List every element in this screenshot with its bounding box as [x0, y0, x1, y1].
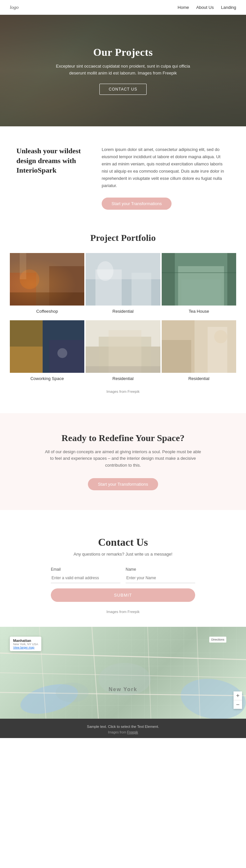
- intro-body: Lorem ipsum dolor sit amet, consectetur …: [102, 146, 229, 190]
- portfolio-item-coffeeshop[interactable]: Coffeeshop: [10, 253, 84, 319]
- intro-cta-button[interactable]: Start your Transformations: [102, 197, 172, 210]
- svg-point-40: [56, 683, 89, 702]
- contact-section: Contact Us Any questions or remarks? Jus…: [0, 517, 246, 627]
- logo: logo: [10, 5, 19, 10]
- portfolio-label-coworking: Coworking Space: [10, 373, 84, 386]
- svg-rect-0: [10, 253, 84, 306]
- cta-section: Ready to Redefine Your Space? All of our…: [0, 413, 246, 510]
- portfolio-img-residential3: [162, 320, 236, 373]
- svg-point-21: [57, 348, 67, 358]
- portfolio-item-residential2[interactable]: Residential: [86, 320, 160, 386]
- portfolio-label-residential2: Residential: [86, 373, 160, 386]
- svg-line-32: [0, 653, 246, 660]
- svg-rect-4: [10, 292, 84, 306]
- svg-point-3: [20, 270, 39, 289]
- svg-rect-1: [10, 273, 36, 306]
- portfolio-attribution: Images from Freepik: [10, 390, 236, 394]
- name-field-group: Name: [126, 567, 195, 583]
- map-view-larger[interactable]: View larger map: [13, 646, 38, 649]
- footer-freepik-link[interactable]: Freepik: [127, 731, 138, 734]
- nav-about[interactable]: About Us: [196, 5, 214, 10]
- navbar: logo Home About Us Landing: [0, 0, 246, 15]
- svg-rect-2: [49, 266, 84, 306]
- portfolio-item-coworking[interactable]: Coworking Space: [10, 320, 84, 386]
- svg-line-36: [92, 627, 98, 719]
- map-zoom-out[interactable]: −: [234, 700, 242, 709]
- cta-description: All of our design concepts are aimed at …: [44, 448, 202, 469]
- hero-title: Our Projects: [54, 46, 192, 58]
- svg-rect-20: [49, 340, 84, 373]
- portfolio-label-coffeeshop: Coffeeshop: [10, 306, 84, 319]
- email-label: Email: [51, 567, 120, 572]
- map-pin: Manhattan New York, NY USA View larger m…: [10, 637, 41, 651]
- svg-rect-15: [181, 279, 221, 306]
- name-input[interactable]: [126, 573, 195, 583]
- submit-button[interactable]: SUBMIT: [51, 588, 195, 602]
- nav-landing[interactable]: Landing: [221, 5, 236, 10]
- portfolio-img-residential1: [86, 253, 160, 306]
- svg-rect-29: [162, 340, 191, 373]
- map-pin-address: New York, NY USA: [13, 643, 38, 646]
- portfolio-label-residential3: Residential: [162, 373, 236, 386]
- portfolio-item-residential3[interactable]: Residential: [162, 320, 236, 386]
- footer-sample-text[interactable]: Sample text. Click to select the Text El…: [6, 724, 240, 728]
- svg-rect-12: [162, 253, 175, 306]
- svg-line-38: [197, 627, 200, 719]
- intro-heading-block: Unleash your wildest design dreams with …: [17, 146, 89, 175]
- map-city-label: New York: [109, 686, 137, 692]
- svg-marker-5: [20, 253, 26, 279]
- svg-rect-13: [227, 253, 236, 306]
- portfolio-img-teahouse: [162, 253, 236, 306]
- portfolio-img-coworking: [10, 320, 84, 373]
- portfolio-item-teahouse[interactable]: Tea House: [162, 253, 236, 319]
- hero-section: Our Projects Excepteur sint occaecat cup…: [0, 15, 246, 126]
- map-ctrl[interactable]: Directions: [209, 637, 226, 643]
- hero-cta-button[interactable]: CONTACT US: [99, 84, 147, 95]
- svg-point-10: [97, 261, 114, 281]
- email-input[interactable]: [51, 573, 120, 583]
- intro-section: Unleash your wildest design dreams with …: [0, 126, 246, 226]
- nav-home[interactable]: Home: [178, 5, 189, 10]
- portfolio-section: Project Portfolio Coffeeshop: [0, 226, 246, 407]
- map-zoom-controls: + −: [234, 691, 242, 709]
- contact-title: Contact Us: [10, 536, 236, 548]
- hero-content: Our Projects Excepteur sint occaecat cup…: [48, 40, 198, 102]
- portfolio-label-teahouse: Tea House: [162, 306, 236, 319]
- svg-point-31: [214, 330, 227, 343]
- svg-rect-19: [10, 320, 43, 346]
- form-row: Email Name: [51, 567, 195, 583]
- cta-title: Ready to Redefine Your Space?: [10, 433, 236, 443]
- portfolio-img-residential2: [86, 320, 160, 373]
- svg-rect-26: [86, 366, 160, 373]
- contact-subtitle: Any questions or remarks? Just write us …: [10, 552, 236, 557]
- nav-links: Home About Us Landing: [178, 5, 236, 10]
- footer-attribution: Images from Freepik: [6, 731, 240, 734]
- portfolio-img-coffeeshop: [10, 253, 84, 306]
- map-zoom-in[interactable]: +: [234, 691, 242, 700]
- intro-body-block: Lorem ipsum dolor sit amet, consectetur …: [102, 146, 229, 210]
- contact-freepik-link[interactable]: Freepik: [128, 610, 140, 614]
- map-pin-title: Manhattan: [13, 639, 38, 643]
- cta-button[interactable]: Start your Transformations: [88, 478, 158, 490]
- portfolio-freepik-link[interactable]: Freepik: [128, 390, 140, 394]
- map-container: Manhattan New York, NY USA View larger m…: [0, 627, 246, 719]
- contact-form: Email Name SUBMIT: [51, 567, 195, 602]
- svg-rect-9: [131, 273, 151, 306]
- hero-freepik-link[interactable]: Freepik: [163, 70, 177, 75]
- hero-description: Excepteur sint occaecat cupidatat non pr…: [54, 63, 192, 77]
- portfolio-grid: Coffeeshop Residential: [10, 253, 236, 386]
- portfolio-title: Project Portfolio: [10, 233, 236, 243]
- footer: Sample text. Click to select the Text El…: [0, 719, 246, 738]
- contact-attribution: Images from Freepik: [10, 610, 236, 614]
- portfolio-label-residential1: Residential: [86, 306, 160, 319]
- email-field-group: Email: [51, 567, 120, 583]
- name-label: Name: [126, 567, 195, 572]
- intro-heading: Unleash your wildest design dreams with …: [17, 146, 89, 175]
- portfolio-item-residential1[interactable]: Residential: [86, 253, 160, 319]
